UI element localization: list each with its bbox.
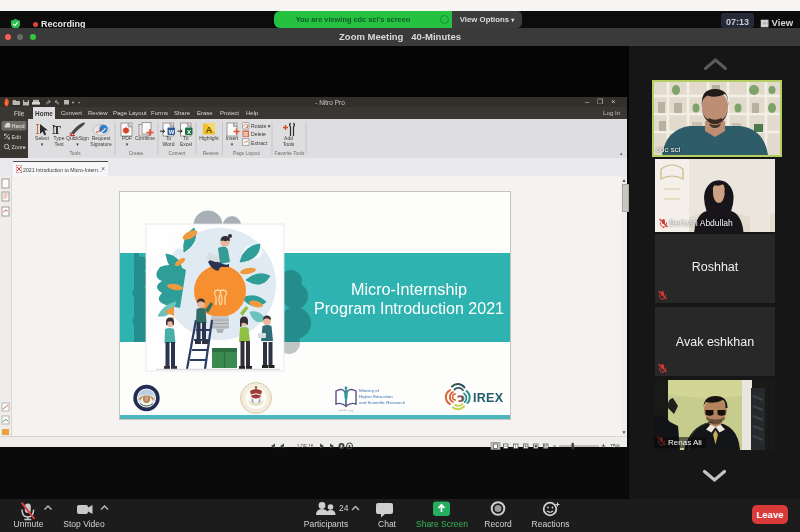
svg-text:▾: ▾ bbox=[23, 145, 25, 150]
svg-text:24: 24 bbox=[339, 503, 349, 513]
svg-text:▾: ▾ bbox=[231, 141, 234, 147]
svg-text:Record: Record bbox=[484, 519, 512, 529]
svg-text:Extract: Extract bbox=[251, 140, 268, 146]
svg-text:Program Introduction 2021: Program Introduction 2021 bbox=[314, 298, 504, 318]
svg-text:Create: Create bbox=[129, 151, 144, 156]
svg-text:▴: ▴ bbox=[620, 150, 623, 156]
svg-text:Combine: Combine bbox=[135, 135, 155, 141]
svg-text:1 OF 16: 1 OF 16 bbox=[297, 444, 314, 449]
svg-text:▾: ▾ bbox=[126, 141, 129, 147]
svg-text:Rotate ▾: Rotate ▾ bbox=[251, 123, 271, 129]
svg-text:Review: Review bbox=[203, 151, 219, 156]
svg-text:Micro-Internship: Micro-Internship bbox=[351, 279, 467, 299]
svg-text:Reactions: Reactions bbox=[532, 519, 570, 529]
svg-text:Convert: Convert bbox=[169, 151, 186, 156]
svg-text:Edit: Edit bbox=[12, 134, 22, 140]
svg-text:وزارة التعليم: وزارة التعليم bbox=[339, 408, 354, 412]
svg-text:X: X bbox=[187, 129, 191, 135]
svg-text:Participants: Participants bbox=[304, 519, 348, 529]
svg-text:▾: ▾ bbox=[76, 141, 79, 147]
svg-text:Hand: Hand bbox=[12, 123, 25, 129]
svg-text:Share Screen: Share Screen bbox=[416, 519, 468, 529]
svg-text:Unmute: Unmute bbox=[14, 519, 44, 529]
svg-text:75%: 75% bbox=[610, 443, 621, 449]
svg-text:A: A bbox=[206, 125, 213, 135]
svg-text:Highlight: Highlight bbox=[199, 135, 219, 141]
svg-text:Favorite Tools: Favorite Tools bbox=[275, 151, 305, 156]
svg-text:and Scientific Research: and Scientific Research bbox=[359, 400, 406, 405]
svg-text:Page Layout: Page Layout bbox=[233, 151, 261, 156]
svg-text:Ministry of: Ministry of bbox=[359, 388, 380, 393]
svg-text:Tools: Tools bbox=[69, 151, 81, 156]
svg-text:Tools: Tools bbox=[283, 141, 295, 147]
svg-text:Delete: Delete bbox=[251, 131, 266, 137]
svg-text:Word: Word bbox=[163, 141, 175, 147]
svg-text:Excel: Excel bbox=[180, 141, 192, 147]
svg-text:Stop Video: Stop Video bbox=[63, 519, 105, 529]
svg-text:Higher Education: Higher Education bbox=[359, 394, 393, 399]
svg-text:IREX: IREX bbox=[473, 391, 504, 405]
svg-text:Chat: Chat bbox=[378, 519, 397, 529]
svg-text:▾: ▾ bbox=[41, 141, 44, 147]
svg-text:Text: Text bbox=[54, 141, 64, 147]
svg-text:W: W bbox=[169, 129, 175, 135]
svg-text:Signature: Signature bbox=[90, 141, 112, 147]
